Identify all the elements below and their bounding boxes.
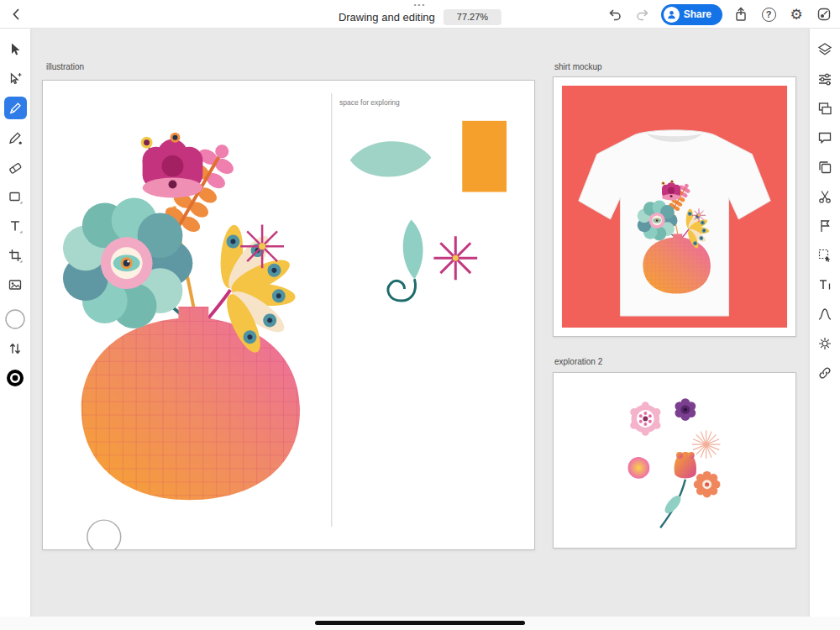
panel-comments[interactable] xyxy=(810,123,840,152)
person-icon xyxy=(666,9,677,20)
ellipse-outline-icon xyxy=(4,308,26,330)
document-menu-dots[interactable]: ••• xyxy=(414,2,426,8)
scissors-icon xyxy=(816,188,833,205)
action-duplicate[interactable] xyxy=(810,152,840,181)
zoom-level-badge[interactable]: 77.27% xyxy=(444,9,501,25)
redo-button[interactable] xyxy=(633,5,652,24)
tool-select[interactable] xyxy=(0,34,30,64)
active-tool-highlight xyxy=(4,97,27,119)
document-title-group: ••• Drawing and editing 77.27% xyxy=(339,0,501,29)
right-toolbar xyxy=(810,29,840,630)
share-button-label: Share xyxy=(684,8,711,20)
fill-color-well[interactable] xyxy=(0,363,30,392)
tool-place-image[interactable] xyxy=(0,270,30,299)
home-indicator[interactable] xyxy=(315,621,525,625)
tool-reorder[interactable] xyxy=(0,333,30,363)
tool-pen[interactable] xyxy=(0,123,30,152)
panel-properties[interactable] xyxy=(810,64,840,93)
share-button[interactable]: Share xyxy=(661,4,722,25)
artboard-exploration-2[interactable] xyxy=(553,372,796,549)
tool-curves[interactable] xyxy=(810,299,840,328)
illustration-artwork xyxy=(43,81,534,549)
user-avatar xyxy=(664,7,680,23)
direct-select-icon xyxy=(7,71,24,87)
top-bar-actions: Share ? ⚙ xyxy=(606,0,833,29)
tool-type[interactable] xyxy=(0,211,30,240)
action-cut[interactable] xyxy=(810,181,840,211)
panel-text-styles[interactable] xyxy=(810,270,840,299)
rectangle-shape-icon xyxy=(7,188,24,205)
exploration-artwork xyxy=(554,373,795,548)
fill-color-icon xyxy=(5,368,25,388)
type-tool-icon xyxy=(7,218,24,234)
app-window: ••• Drawing and editing 77.27% Share xyxy=(0,0,840,630)
left-toolbar xyxy=(0,29,30,630)
touch-shortcut-icon xyxy=(816,6,832,23)
tool-shape[interactable] xyxy=(0,181,30,211)
artboards-icon xyxy=(816,100,833,117)
sliders-icon xyxy=(816,71,833,87)
panel-flag[interactable] xyxy=(810,211,840,240)
back-chevron-icon xyxy=(14,9,19,19)
duplicate-icon xyxy=(816,159,833,176)
export-icon xyxy=(732,6,749,23)
crop-icon xyxy=(7,247,24,264)
bottom-bar xyxy=(0,617,840,630)
tool-direct-select[interactable] xyxy=(0,64,30,93)
flag-icon xyxy=(816,218,833,234)
undo-button[interactable] xyxy=(606,5,624,24)
eraser-icon xyxy=(7,159,24,176)
tool-ellipse-well[interactable] xyxy=(0,304,30,333)
document-title: Drawing and editing xyxy=(339,11,435,24)
link-icon xyxy=(816,365,833,381)
panel-effects[interactable] xyxy=(810,328,840,358)
help-icon: ? xyxy=(762,8,776,22)
panel-artboards[interactable] xyxy=(810,93,840,123)
reorder-arrows-icon xyxy=(7,340,24,357)
tool-eraser[interactable] xyxy=(0,152,30,181)
artboard-shirt-mockup[interactable] xyxy=(553,76,796,337)
tool-pencil[interactable] xyxy=(0,93,30,123)
transform-marquee-icon xyxy=(816,247,833,264)
artboard-label-shirt-mockup[interactable]: shirt mockup xyxy=(554,62,602,71)
export-button[interactable] xyxy=(732,5,750,24)
pen-icon xyxy=(7,129,24,146)
redo-icon xyxy=(634,6,651,23)
tool-transform[interactable] xyxy=(810,240,840,270)
artboard-illustration[interactable]: space for exploring xyxy=(42,80,535,550)
gear-icon: ⚙ xyxy=(790,8,802,22)
artboard-label-illustration[interactable]: illustration xyxy=(46,62,84,71)
select-arrow-icon xyxy=(7,41,24,58)
image-icon xyxy=(7,276,24,293)
pencil-icon xyxy=(8,100,24,116)
top-bar: ••• Drawing and editing 77.27% Share xyxy=(0,0,840,29)
panel-layers[interactable] xyxy=(810,34,840,64)
touch-shortcuts-button[interactable] xyxy=(815,5,833,24)
settings-button[interactable]: ⚙ xyxy=(787,5,806,24)
shirt-mockup-artwork xyxy=(554,77,795,336)
layers-icon xyxy=(816,41,833,58)
artboard-label-exploration-2[interactable]: exploration 2 xyxy=(554,357,602,366)
curves-icon xyxy=(816,306,833,323)
effects-icon xyxy=(816,335,833,352)
tool-crop[interactable] xyxy=(0,240,30,270)
help-button[interactable]: ? xyxy=(759,5,778,24)
back-button[interactable] xyxy=(7,4,27,24)
panel-link[interactable] xyxy=(810,358,840,387)
text-styles-icon xyxy=(816,276,833,293)
annotation-space-for-exploring: space for exploring xyxy=(339,98,400,107)
undo-icon xyxy=(606,6,623,23)
comment-icon xyxy=(816,129,833,146)
